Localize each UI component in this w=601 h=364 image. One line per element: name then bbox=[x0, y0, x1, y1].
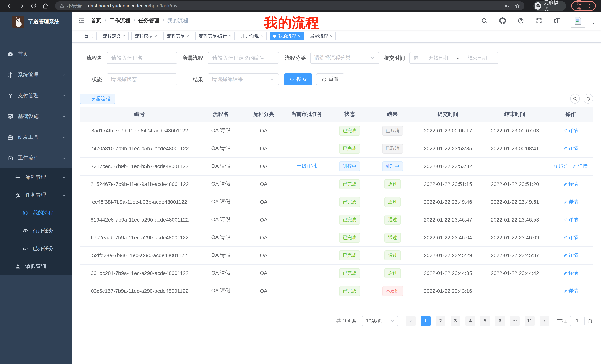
page-size-select[interactable]: 10条/页 bbox=[362, 316, 398, 326]
sidebar-item-my-process[interactable]: 我的流程 bbox=[0, 204, 72, 222]
github-icon[interactable] bbox=[496, 18, 509, 24]
detail-action-link[interactable]: 详情 bbox=[563, 181, 578, 187]
action-label: 取消 bbox=[559, 163, 569, 170]
sidebar-item-process-mgmt[interactable]: 流程管理 bbox=[0, 168, 72, 186]
current-task-link[interactable]: 一级审批 bbox=[296, 163, 317, 169]
next-page-button[interactable]: › bbox=[540, 316, 549, 326]
sidebar-item-leave-query[interactable]: 请假查询 bbox=[0, 258, 72, 275]
cell-process-name: OA 请假 bbox=[200, 246, 242, 264]
menu-dots-icon[interactable] bbox=[587, 3, 592, 8]
security-warning-icon[interactable] bbox=[60, 3, 64, 8]
category-select[interactable]: 请选择流程分类 bbox=[310, 52, 379, 64]
goto-label: 前往 bbox=[557, 317, 567, 324]
cancel-action-link[interactable]: 取消 bbox=[553, 163, 569, 170]
status-select[interactable]: 请选择状态 bbox=[107, 74, 177, 85]
tab-我的流程[interactable]: 我的流程× bbox=[270, 32, 304, 40]
page-button-1[interactable]: 1 bbox=[421, 316, 431, 326]
goto-page-input[interactable] bbox=[570, 316, 585, 326]
tab-流程模型[interactable]: 流程模型× bbox=[131, 32, 160, 40]
forward-icon[interactable] bbox=[19, 3, 25, 9]
end-date-placeholder[interactable]: 结束日期 bbox=[460, 55, 494, 61]
sidebar-item-infrastructure[interactable]: 基础设施 bbox=[0, 106, 72, 127]
tab-close-icon[interactable]: × bbox=[186, 34, 189, 39]
sidebar-item-devtools[interactable]: 研发工具 bbox=[0, 127, 72, 148]
search-button[interactable]: 搜索 bbox=[284, 74, 312, 85]
detail-action-link[interactable]: 详情 bbox=[563, 287, 578, 294]
fullscreen-icon[interactable] bbox=[533, 18, 545, 24]
page-button-11[interactable]: 11 bbox=[525, 316, 534, 326]
tab-close-icon[interactable]: × bbox=[155, 34, 157, 39]
tab-用户分组[interactable]: 用户分组× bbox=[238, 32, 267, 40]
detail-action-link[interactable]: 详情 bbox=[563, 270, 578, 277]
page-button-5[interactable]: 5 bbox=[480, 316, 490, 326]
page-button-2[interactable]: 2 bbox=[436, 316, 445, 326]
update-button[interactable]: 更新 bbox=[571, 1, 596, 10]
sidebar-item-system[interactable]: 系统管理 bbox=[0, 65, 72, 85]
home-icon[interactable] bbox=[42, 3, 48, 9]
detail-action-link[interactable]: 详情 bbox=[563, 252, 578, 259]
tab-流程表单[interactable]: 流程表单× bbox=[163, 32, 192, 40]
cell-result: 通过 bbox=[371, 246, 414, 264]
reload-icon[interactable] bbox=[30, 3, 36, 9]
eye-closed-icon bbox=[22, 246, 28, 252]
create-process-button[interactable]: 发起流程 bbox=[80, 94, 115, 104]
sidebar-item-label: 请假查询 bbox=[25, 263, 46, 270]
star-icon[interactable] bbox=[515, 3, 520, 8]
sidebar-item-payment[interactable]: 支付管理 bbox=[0, 85, 72, 106]
tab-close-icon[interactable]: × bbox=[330, 34, 332, 39]
sidebar-item-workflow[interactable]: 工作流程 bbox=[0, 148, 72, 168]
breadcrumb-item[interactable]: 首页 bbox=[91, 18, 101, 24]
breadcrumb-item[interactable]: 工作流程 bbox=[110, 18, 130, 24]
security-label[interactable]: 不安全 bbox=[67, 2, 82, 9]
breadcrumb-item[interactable]: 任务管理 bbox=[139, 18, 159, 24]
edit-icon bbox=[572, 164, 577, 168]
key-icon[interactable] bbox=[504, 3, 510, 8]
reset-button[interactable]: 重置 bbox=[316, 74, 344, 85]
submit-time-range[interactable]: 开始日期 - 结束日期 bbox=[409, 52, 499, 64]
more-pages-button[interactable]: ··· bbox=[510, 316, 520, 326]
caret-down-icon[interactable] bbox=[591, 21, 595, 25]
tab-流程表单-编辑[interactable]: 流程表单-编辑× bbox=[195, 32, 235, 40]
back-icon[interactable] bbox=[7, 3, 13, 9]
sidebar-item-home[interactable]: 首页 bbox=[0, 44, 72, 65]
detail-action-link[interactable]: 详情 bbox=[563, 216, 578, 223]
tab-close-icon[interactable]: × bbox=[123, 34, 125, 39]
status-badge: 已完成 bbox=[339, 286, 360, 296]
detail-action-link[interactable]: 详情 bbox=[563, 199, 578, 205]
prev-page-button[interactable]: ‹ bbox=[406, 316, 416, 326]
refresh-icon bbox=[322, 77, 327, 82]
toggle-search-button[interactable] bbox=[570, 94, 580, 104]
name-input[interactable] bbox=[107, 52, 177, 64]
search-icon bbox=[290, 77, 295, 82]
page-button-6[interactable]: 6 bbox=[495, 316, 505, 326]
cell-status: 已完成 bbox=[328, 282, 371, 300]
tab-首页[interactable]: 首页 bbox=[81, 32, 97, 40]
fontsize-icon[interactable]: tT bbox=[551, 17, 562, 25]
tab-close-icon[interactable]: × bbox=[261, 34, 263, 39]
start-date-placeholder[interactable]: 开始日期 bbox=[421, 55, 456, 61]
sidebar-item-task-mgmt[interactable]: 任务管理 bbox=[0, 186, 72, 204]
tab-流程定义[interactable]: 流程定义× bbox=[100, 32, 129, 40]
page-button-3[interactable]: 3 bbox=[451, 316, 460, 326]
detail-action-link[interactable]: 详情 bbox=[563, 127, 578, 134]
sidebar-item-todo-task[interactable]: 待办任务 bbox=[0, 222, 72, 240]
detail-action-link[interactable]: 详情 bbox=[572, 163, 588, 170]
search-icon[interactable] bbox=[478, 18, 491, 24]
tab-close-icon[interactable]: × bbox=[229, 34, 231, 39]
refresh-table-button[interactable] bbox=[583, 94, 593, 104]
detail-action-link[interactable]: 详情 bbox=[563, 234, 578, 241]
address-bar[interactable]: 不安全 dashboard.yudao.iocoder.cn/bpm/task/… bbox=[55, 1, 524, 10]
sidebar-item-done-task[interactable]: 已办任务 bbox=[0, 240, 72, 258]
detail-action-link[interactable]: 详情 bbox=[563, 145, 578, 152]
tab-发起流程[interactable]: 发起流程× bbox=[307, 32, 336, 40]
tab-close-icon[interactable]: × bbox=[298, 34, 300, 39]
avatar[interactable] bbox=[571, 14, 585, 28]
action-label: 详情 bbox=[569, 287, 578, 294]
hamburger-icon[interactable] bbox=[78, 17, 85, 25]
process-input[interactable] bbox=[208, 52, 279, 64]
page-button-4[interactable]: 4 bbox=[465, 316, 475, 326]
edit-icon bbox=[563, 182, 567, 186]
result-select[interactable]: 请选择流结果 bbox=[208, 74, 279, 85]
url-text[interactable]: dashboard.yudao.iocoder.cn/bpm/task/my bbox=[88, 3, 177, 9]
question-icon[interactable] bbox=[514, 18, 527, 24]
